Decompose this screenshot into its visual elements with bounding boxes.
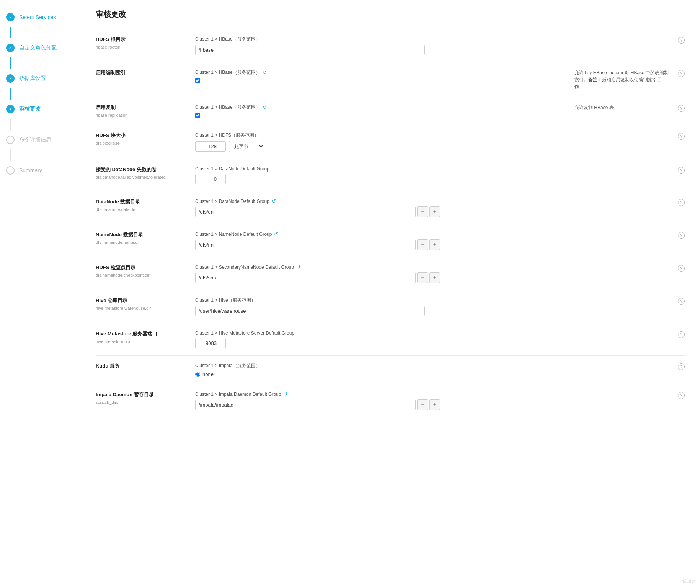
minus-btn-datanode-dir[interactable]: － <box>417 206 428 217</box>
input-hive-metastore-port[interactable] <box>195 338 226 348</box>
input-namenode-dir[interactable] <box>195 240 416 250</box>
key-hdfs-checkpoint: dfs.namenode.checkpoint.dir <box>96 273 150 278</box>
arrow-enable-index: ↺ <box>263 70 267 75</box>
config-row-hdfs-root: HDFS 根目录 hbase.rootdir Cluster 1 > HBase… <box>96 29 685 62</box>
step-icon-0: ✓ <box>6 13 15 21</box>
help-btn-datanode-failed[interactable]: ? <box>678 167 685 174</box>
label-hdfs-blocksize: HDFS 块大小 <box>96 132 184 139</box>
arrow-namenode-dir: ↺ <box>274 231 278 237</box>
scope-hdfs-root: Cluster 1 > HBase（服务范围） <box>195 36 670 42</box>
key-hdfs-root: hbase.rootdir <box>96 45 120 49</box>
radio-kudu-none[interactable] <box>195 372 200 377</box>
config-row-kudu: Kudu 服务 Cluster 1 > Impala（服务范围） none ? <box>96 355 685 384</box>
connector-0 <box>10 27 11 38</box>
help-btn-blocksize[interactable]: ? <box>678 133 685 140</box>
sidebar-item-custom-role[interactable]: ✓ 自定义角色分配 <box>0 38 80 57</box>
help-btn-replication[interactable]: ? <box>678 105 685 112</box>
minus-btn-namenode-dir[interactable]: － <box>417 239 428 250</box>
checkbox-enable-replication[interactable] <box>195 113 200 118</box>
unit-select-hdfs-blocksize[interactable]: 兆字节 <box>229 141 264 152</box>
input-impala-scratch[interactable] <box>195 400 416 410</box>
input-hive-warehouse[interactable] <box>195 306 425 316</box>
plus-btn-datanode-dir[interactable]: ＋ <box>429 206 440 217</box>
arrow-datanode-dir: ↺ <box>272 198 276 204</box>
scope-hive-warehouse: Cluster 1 > Hive（服务范围） <box>195 297 670 304</box>
scope-kudu: Cluster 1 > Impala（服务范围） <box>195 363 670 369</box>
sidebar-label-3: 审核更改 <box>19 106 41 113</box>
sidebar-item-summary[interactable]: Summary <box>0 161 80 180</box>
label-impala-scratch: Impala Daemon 暂存目录 <box>96 391 184 398</box>
key-hdfs-blocksize: dfs.blocksize <box>96 141 120 145</box>
config-row-enable-replication: 启用复制 hbase.replication Cluster 1 > HBase… <box>96 97 685 125</box>
minus-btn-impala-scratch[interactable]: － <box>417 399 428 410</box>
sidebar-item-review[interactable]: ● 审核更改 <box>0 100 80 119</box>
input-datanode-dir[interactable] <box>195 207 416 217</box>
help-btn-hive-metastore-port[interactable]: ? <box>678 331 685 338</box>
scope-datanode-dir: Cluster 1 > DataNode Default Group ↺ <box>195 198 670 204</box>
help-btn-enable-index[interactable]: ? <box>678 70 685 77</box>
help-hdfs-root[interactable]: ? <box>678 37 685 44</box>
input-hdfs-checkpoint[interactable] <box>195 273 416 283</box>
config-row-impala-scratch: Impala Daemon 暂存目录 scratch_dirs Cluster … <box>96 384 685 417</box>
config-row-datanode-failed: 接受的 DataNode 失败的卷 dfs.datanode.failed.vo… <box>96 159 685 191</box>
scope-datanode-failed: Cluster 1 > DataNode Default Group <box>195 166 670 172</box>
config-row-namenode-dir: NameNode 数据目录 dfs.namenode.name.dir Clus… <box>96 224 685 257</box>
label-datanode-dir: DataNode 数据目录 <box>96 198 184 205</box>
key-datanode-dir: dfs.datanode.data.dir <box>96 207 135 212</box>
sidebar-item-select-services[interactable]: ✓ Select Services <box>0 8 80 27</box>
help-btn-hive-warehouse[interactable]: ? <box>678 298 685 305</box>
plus-btn-hdfs-checkpoint[interactable]: ＋ <box>429 272 440 283</box>
help-btn-datanode-dir[interactable]: ? <box>678 199 685 206</box>
sidebar-label-2: 数据库设置 <box>19 75 46 82</box>
step-icon-2: ✓ <box>6 74 15 83</box>
sidebar-label-1: 自定义角色分配 <box>19 44 57 51</box>
key-datanode-failed: dfs.datanode.failed.volumes.tolerated <box>96 175 166 180</box>
connector-2 <box>10 88 11 100</box>
plus-btn-namenode-dir[interactable]: ＋ <box>429 239 440 250</box>
help-btn-hdfs-checkpoint[interactable]: ? <box>678 265 685 272</box>
key-namenode-dir: dfs.namenode.name.dir <box>96 240 140 245</box>
sidebar-item-cmd[interactable]: 命令详细信息 <box>0 130 80 149</box>
sidebar-label-0: Select Services <box>19 14 56 20</box>
help-btn-namenode-dir[interactable]: ? <box>678 232 685 239</box>
radio-label-kudu-none: none <box>202 371 214 377</box>
input-hdfs-blocksize[interactable] <box>195 141 226 152</box>
plus-btn-impala-scratch[interactable]: ＋ <box>429 399 440 410</box>
key-impala-scratch: scratch_dirs <box>96 400 118 405</box>
step-icon-1: ✓ <box>6 44 15 52</box>
sidebar-item-db-settings[interactable]: ✓ 数据库设置 <box>0 69 80 88</box>
scope-enable-index: Cluster 1 > HBase（服务范围） ↺ <box>195 69 563 76</box>
help-btn-impala-scratch[interactable]: ? <box>678 392 685 399</box>
key-enable-replication: hbase.replication <box>96 113 127 118</box>
arrow-hdfs-checkpoint: ↺ <box>296 264 300 270</box>
minus-btn-hdfs-checkpoint[interactable]: － <box>417 272 428 283</box>
scope-hdfs-checkpoint: Cluster 1 > SecondaryNameNode Default Gr… <box>195 264 670 270</box>
config-row-hive-warehouse: Hive 仓库目录 hive.metastore.warehouse.dir C… <box>96 290 685 323</box>
arrow-impala-scratch: ↺ <box>283 391 287 397</box>
connector-4 <box>10 149 11 161</box>
help-text-enable-index: 允许 Lily HBase Indexer 对 HBase 中的表编制索引。备注… <box>571 69 670 90</box>
label-enable-index: 启用编制索引 <box>96 69 184 76</box>
help-btn-kudu[interactable]: ? <box>678 363 685 370</box>
config-row-hdfs-checkpoint: HDFS 检查点目录 dfs.namenode.checkpoint.dir C… <box>96 257 685 290</box>
sidebar: ✓ Select Services ✓ 自定义角色分配 ✓ 数据库设置 ● 审核… <box>0 0 80 588</box>
watermark: 亿迪云 <box>682 578 696 584</box>
step-icon-4 <box>6 136 15 144</box>
connector-3 <box>10 119 11 130</box>
label-kudu: Kudu 服务 <box>96 363 184 369</box>
config-row-enable-index: 启用编制索引 Cluster 1 > HBase（服务范围） ↺ 允许 Lily… <box>96 62 685 97</box>
label-hive-warehouse: Hive 仓库目录 <box>96 297 184 304</box>
help-text-replication: 允许复制 HBase 表。 <box>571 104 670 111</box>
label-namenode-dir: NameNode 数据目录 <box>96 231 184 238</box>
label-enable-replication: 启用复制 <box>96 104 184 111</box>
scope-impala-scratch: Cluster 1 > Impala Daemon Default Group … <box>195 391 670 397</box>
config-row-datanode-dir: DataNode 数据目录 dfs.datanode.data.dir Clus… <box>96 191 685 224</box>
label-hdfs-root: HDFS 根目录 <box>96 36 184 43</box>
input-hdfs-root[interactable] <box>195 45 425 55</box>
input-datanode-failed[interactable] <box>195 174 226 184</box>
scope-namenode-dir: Cluster 1 > NameNode Default Group ↺ <box>195 231 670 237</box>
arrow-enable-replication: ↺ <box>263 105 267 110</box>
checkbox-enable-index[interactable] <box>195 78 200 83</box>
label-datanode-failed: 接受的 DataNode 失败的卷 <box>96 166 184 173</box>
main-content: 审核更改 HDFS 根目录 hbase.rootdir Cluster 1 > … <box>80 0 700 588</box>
